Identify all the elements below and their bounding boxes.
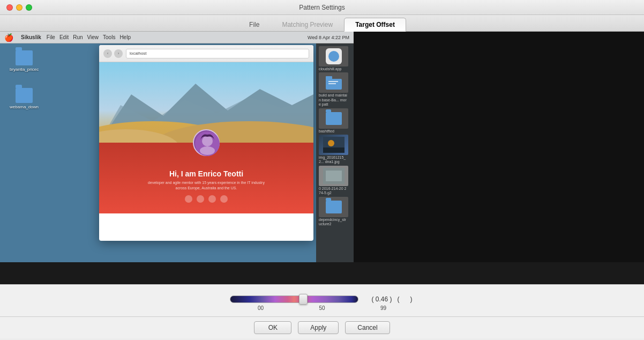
slider-min-label: 00 xyxy=(258,305,264,311)
svg-point-7 xyxy=(202,136,213,146)
slider-extra xyxy=(401,295,408,303)
img-thumb-svg xyxy=(323,137,345,153)
desktop-icons: bryantla_pricec webama_down xyxy=(8,50,40,109)
minimize-button[interactable] xyxy=(16,4,23,11)
svg-rect-12 xyxy=(326,76,332,80)
svg-rect-19 xyxy=(326,171,342,181)
mac-menu-items: File Edit Run View Tools Help xyxy=(47,34,131,40)
status-time: Wed 8 Apr 4:22 PM xyxy=(308,35,349,40)
menu-file[interactable]: File xyxy=(47,34,55,40)
file-thumb-3 xyxy=(319,135,348,155)
menu-edit[interactable]: Edit xyxy=(59,34,69,40)
browser-window: ‹ › localhost xyxy=(99,45,313,241)
file-item-2[interactable]: bashtfted xyxy=(319,108,351,134)
ok-button[interactable]: OK xyxy=(254,321,291,334)
main-content: 🍎 Sikuslik File Edit Run View Tools Help… xyxy=(0,32,644,338)
desktop-icon-1[interactable]: webama_down xyxy=(8,88,40,109)
file-label-3: img_20161215_2... dna1.jpg xyxy=(319,156,348,165)
desktop-icon-0[interactable]: bryantla_pricec xyxy=(8,50,40,72)
app-icon-svg xyxy=(326,48,342,64)
profile-link-email[interactable] xyxy=(220,195,228,203)
svg-point-8 xyxy=(200,146,215,155)
title-bar: Pattern Settings xyxy=(0,0,644,15)
svg-rect-13 xyxy=(328,81,338,82)
folder-doc-svg xyxy=(323,75,345,91)
folder-thumb-5 xyxy=(326,201,342,213)
folder-icon-0 xyxy=(16,50,33,65)
browser-url-text: localhost xyxy=(130,51,147,56)
mac-desktop: 🍎 Sikuslik File Edit Run View Tools Help… xyxy=(0,32,354,262)
slider-track-container[interactable] xyxy=(230,295,358,303)
file-item-5[interactable]: dependcincy_str ucture2 xyxy=(319,197,351,227)
cancel-button[interactable]: Cancel xyxy=(345,321,390,334)
desktop-icon-label-1: webama_down xyxy=(10,105,39,109)
black-preview-area xyxy=(354,32,644,262)
tab-matching-preview[interactable]: Matching Preview xyxy=(271,18,344,32)
profile-desc: developer and agile mentor with 15 years… xyxy=(147,180,265,191)
file-thumb-1 xyxy=(319,72,348,93)
mac-menubar: 🍎 Sikuslik File Edit Run View Tools Help… xyxy=(0,32,354,43)
file-label-5: dependcincy_str ucture2 xyxy=(319,218,348,227)
slider-row: ( 0.46 ) ( ) xyxy=(0,295,644,303)
file-thumb-5 xyxy=(319,197,348,217)
svg-rect-14 xyxy=(328,83,336,84)
browser-back-button[interactable]: ‹ xyxy=(103,49,112,58)
svg-rect-17 xyxy=(323,147,345,153)
slider-max-label: 99 xyxy=(380,305,386,311)
profile-avatar xyxy=(193,129,220,156)
maximize-button[interactable] xyxy=(26,4,32,11)
file-item-0[interactable]: cloudshill.app xyxy=(319,46,351,71)
tab-bar: File Matching Preview Target Offset xyxy=(0,15,644,32)
file-item-3[interactable]: img_20161215_2... dna1.jpg xyxy=(319,135,351,165)
apple-icon: 🍎 xyxy=(4,33,13,42)
slider-area: ( 0.46 ) ( ) 00 50 99 xyxy=(0,284,644,316)
profile-link-twitter[interactable] xyxy=(185,195,192,203)
avatar-svg xyxy=(194,130,221,157)
folder-thumb-2 xyxy=(326,112,342,125)
file-thumb-2 xyxy=(319,108,348,129)
folder-icon-1 xyxy=(16,88,33,103)
file-item-4[interactable]: 0 2016-214-20 274-5.g2 xyxy=(319,166,351,196)
window-controls xyxy=(6,4,32,11)
menu-run[interactable]: Run xyxy=(73,34,83,40)
menu-help[interactable]: Help xyxy=(119,34,131,40)
bottom-bar: OK Apply Cancel xyxy=(0,316,644,338)
browser-nav-buttons: ‹ › xyxy=(103,49,123,58)
mac-statusbar-right: Wed 8 Apr 4:22 PM xyxy=(308,35,349,40)
img2-thumb-svg xyxy=(323,168,345,184)
slider-gradient xyxy=(230,295,358,303)
file-label-4: 0 2016-214-20 274-5.g2 xyxy=(319,187,348,196)
svg-point-16 xyxy=(328,140,334,146)
profile-links xyxy=(185,195,228,203)
browser-url-bar[interactable]: localhost xyxy=(126,49,309,58)
file-label-2: bashtfted xyxy=(319,129,348,134)
slider-value-display: ( 0.46 ) ( ) xyxy=(372,295,415,303)
profile-link-github[interactable] xyxy=(197,195,204,203)
app-name: Sikuslik xyxy=(21,34,41,40)
window-title: Pattern Settings xyxy=(299,4,345,11)
menu-tools[interactable]: Tools xyxy=(103,34,115,40)
browser-forward-button[interactable]: › xyxy=(114,49,123,58)
file-thumb-4 xyxy=(319,166,348,186)
browser-content: Hi, I am Enrico Teotti developer and agi… xyxy=(99,62,313,241)
svg-point-10 xyxy=(328,51,339,62)
menu-view[interactable]: View xyxy=(87,34,99,40)
file-item-1[interactable]: build and maintain base-Ba... more patt xyxy=(319,72,351,107)
close-button[interactable] xyxy=(6,4,13,11)
slider-labels: 00 50 99 xyxy=(258,305,386,311)
tab-file[interactable]: File xyxy=(238,18,271,32)
browser-toolbar: ‹ › localhost xyxy=(99,45,313,62)
file-label-1: build and maintain base-Ba... more patt xyxy=(319,93,348,107)
file-thumb-0 xyxy=(319,46,348,66)
slider-mid-label: 50 xyxy=(319,305,325,311)
files-sidebar: cloudshill.app build and maintain base-B… xyxy=(316,43,354,262)
file-label-0: cloudshill.app xyxy=(319,67,348,71)
slider-thumb[interactable] xyxy=(299,294,308,305)
preview-area: 🍎 Sikuslik File Edit Run View Tools Help… xyxy=(0,32,644,284)
tab-target-offset[interactable]: Target Offset xyxy=(344,18,406,32)
desktop-icon-label-0: bryantla_pricec xyxy=(10,67,39,72)
profile-link-linkedin[interactable] xyxy=(208,195,216,203)
profile-name: Hi, I am Enrico Teotti xyxy=(169,169,243,178)
apply-button[interactable]: Apply xyxy=(298,321,339,334)
slider-value: 0.46 xyxy=(376,295,388,303)
